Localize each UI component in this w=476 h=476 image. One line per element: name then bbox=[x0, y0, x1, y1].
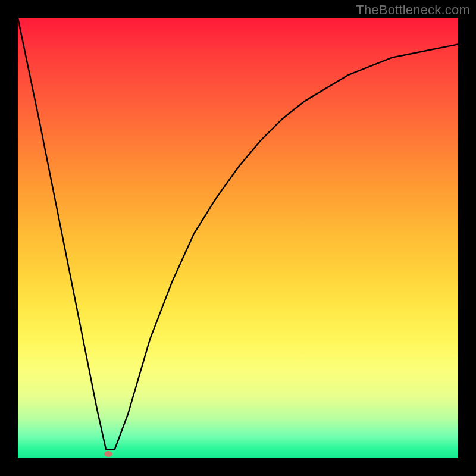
chart-frame: TheBottleneck.com bbox=[0, 0, 476, 476]
minimum-marker bbox=[104, 451, 112, 457]
plot-area bbox=[18, 18, 458, 458]
bottleneck-curve bbox=[18, 18, 458, 458]
curve-line bbox=[18, 18, 458, 449]
watermark-text: TheBottleneck.com bbox=[356, 2, 470, 18]
